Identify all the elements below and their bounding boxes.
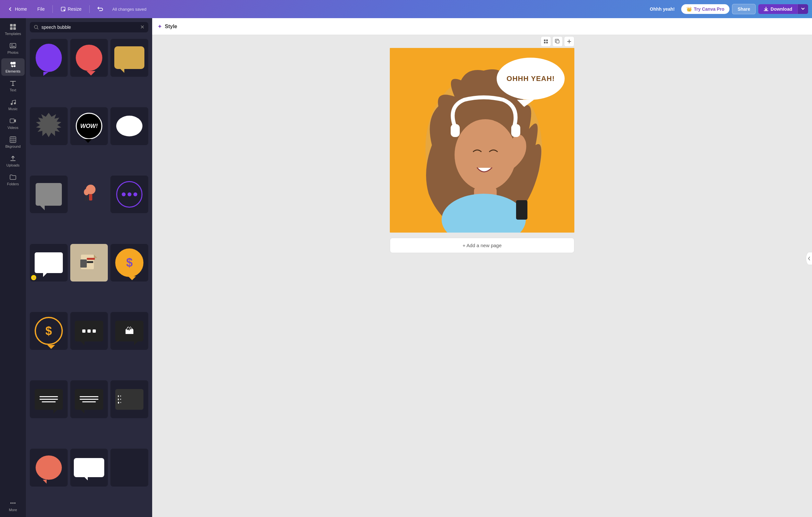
photos-label: Photos [7, 51, 19, 54]
try-pro-button[interactable]: 👑 Try Canva Pro [681, 4, 729, 14]
canvas-viewport[interactable]: OHHH YEAH! + Add a new page [152, 35, 812, 517]
element-yellow-bubble[interactable] [110, 39, 148, 77]
svg-point-6 [11, 45, 12, 46]
svg-line-21 [85, 195, 86, 201]
sidebar-item-folders[interactable]: Folders [1, 171, 25, 189]
style-label: Style [165, 24, 177, 29]
sidebar-item-photos[interactable]: Photos [1, 39, 25, 57]
element-character-bubble[interactable] [70, 175, 108, 214]
svg-rect-3 [10, 27, 12, 30]
canvas-action-add[interactable] [564, 36, 574, 47]
salmon-bubble-shape [36, 456, 62, 480]
list-row-2 [118, 399, 121, 400]
element-black-lines-bubble-1[interactable] [30, 380, 68, 418]
search-input-wrap[interactable]: ✕ [30, 22, 148, 32]
main-layout: Templates Photos Elements Text [0, 18, 812, 517]
svg-rect-12 [10, 119, 14, 123]
black-lines-bubble-shape-1 [35, 389, 63, 410]
search-panel: ✕ WOW! [26, 18, 152, 517]
element-salmon-bubble[interactable] [30, 448, 68, 487]
svg-rect-25 [87, 258, 95, 260]
element-black-image-bubble[interactable]: 🏔 [110, 312, 148, 350]
element-dollar-yellow-bubble[interactable]: $ [110, 244, 148, 282]
undo-icon [97, 6, 103, 12]
sidebar-item-elements[interactable]: Elements [1, 58, 25, 76]
element-white-think-bubble[interactable] [110, 107, 148, 145]
element-memo-bubble[interactable] [70, 244, 108, 282]
dot-2 [127, 192, 132, 196]
nav-divider [53, 5, 53, 13]
line-1 [39, 396, 58, 397]
line-3 [42, 401, 56, 402]
resize-button[interactable]: Resize [57, 4, 85, 13]
svg-marker-24 [94, 254, 97, 258]
svg-rect-39 [511, 124, 520, 137]
file-button[interactable]: File [33, 4, 49, 13]
canvas-image[interactable]: OHHH YEAH! [390, 48, 574, 233]
search-input[interactable] [41, 25, 138, 30]
element-gray-rect-bubble[interactable] [30, 175, 68, 214]
element-black-list-bubble[interactable] [110, 380, 148, 418]
sidebar-item-text[interactable]: Text [1, 77, 25, 94]
dollar-sign-outline: $ [45, 324, 52, 338]
element-purple-bubble[interactable] [30, 39, 68, 77]
style-icon-btn [543, 39, 548, 44]
search-clear-button[interactable]: ✕ [140, 25, 144, 30]
wow-text: WOW! [80, 123, 98, 130]
canvas-actions [541, 36, 574, 47]
svg-point-34 [455, 119, 516, 190]
videos-icon [9, 117, 17, 125]
sparkle-icon: ✦ [157, 23, 162, 30]
element-purple-dots-circle[interactable] [110, 175, 148, 214]
home-button[interactable]: Home [4, 4, 31, 13]
folders-label: Folders [7, 182, 19, 186]
element-spiky-bubble[interactable] [30, 107, 68, 145]
icon-sidebar: Templates Photos Elements Text [0, 18, 26, 517]
background-label: Bkground [5, 144, 20, 148]
think-bubble-oval [116, 116, 143, 136]
svg-rect-38 [451, 124, 460, 137]
share-button[interactable]: Share [732, 4, 756, 14]
undo-button[interactable] [93, 4, 107, 14]
element-black-lines-bubble-2[interactable] [70, 380, 108, 418]
list-dot-3 [118, 402, 119, 404]
text-icon [9, 80, 17, 87]
list-line-2 [120, 399, 121, 400]
line-5 [80, 399, 98, 400]
ohhyeah-button[interactable]: Ohhh yeah! [646, 4, 678, 13]
saved-status: All changes saved [112, 7, 147, 12]
add-page-button[interactable]: + Add a new page [390, 238, 574, 253]
elements-grid: WOW! [26, 36, 152, 517]
white-rect-bubble-shape [35, 252, 63, 273]
canvas-speech-bubble[interactable]: OHHH YEAH! [497, 58, 564, 100]
sidebar-item-uploads[interactable]: Uploads [1, 152, 25, 170]
element-white-wide-bubble[interactable] [70, 448, 108, 487]
element-placeholder-3[interactable] [110, 448, 148, 487]
element-black-dots-bubble[interactable] [70, 312, 108, 350]
dollar-sign-yellow: $ [126, 256, 133, 270]
element-wow-bubble[interactable]: WOW! [70, 107, 108, 145]
sidebar-item-videos[interactable]: Videos [1, 115, 25, 132]
canvas-action-style[interactable] [541, 36, 551, 47]
canvas-action-copy[interactable] [552, 36, 563, 47]
line-2 [39, 399, 58, 400]
element-dollar-outline-bubble[interactable]: $ [30, 312, 68, 350]
black-dots-bubble-shape [75, 321, 103, 342]
spiky-bubble-shape [36, 113, 62, 139]
element-white-rect-bubble[interactable]: 👑 [30, 244, 68, 282]
sidebar-item-templates[interactable]: Templates [1, 21, 25, 38]
element-red-bubble[interactable] [70, 39, 108, 77]
white-dot-3 [93, 329, 96, 333]
uploads-label: Uploads [6, 163, 20, 167]
home-label: Home [15, 6, 27, 12]
download-caret-button[interactable] [798, 4, 808, 14]
svg-rect-31 [546, 42, 548, 44]
wow-bubble-shape: WOW! [76, 113, 102, 139]
dot-3 [134, 192, 137, 196]
sidebar-item-more[interactable]: More [1, 497, 25, 514]
sidebar-item-music[interactable]: Music [1, 96, 25, 113]
white-dot-2 [87, 329, 91, 333]
sidebar-item-background[interactable]: Bkground [1, 133, 25, 151]
videos-label: Videos [7, 126, 18, 130]
download-button[interactable]: Download [758, 4, 798, 14]
